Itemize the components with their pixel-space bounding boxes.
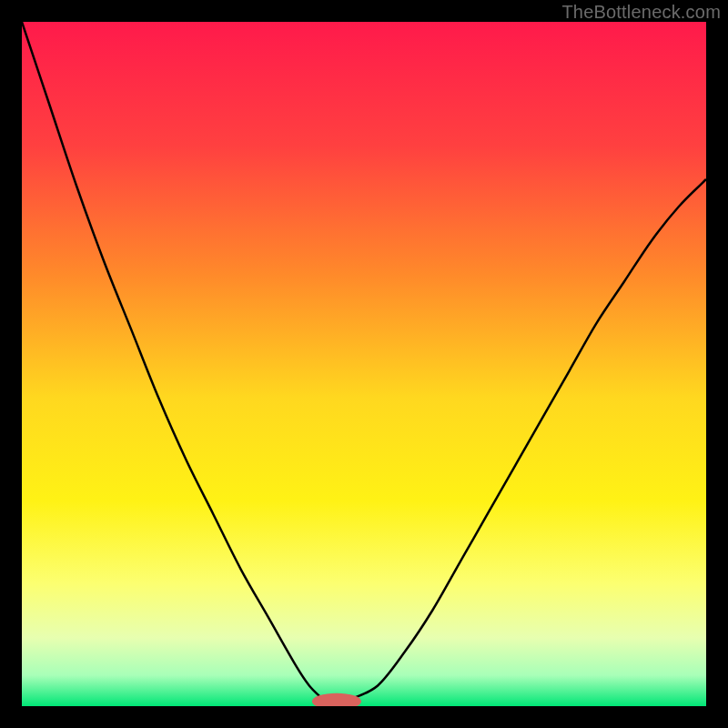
chart-frame: TheBottleneck.com xyxy=(0,0,728,728)
chart-background xyxy=(22,22,706,706)
bottleneck-chart xyxy=(22,22,706,706)
watermark-text: TheBottleneck.com xyxy=(561,2,721,23)
